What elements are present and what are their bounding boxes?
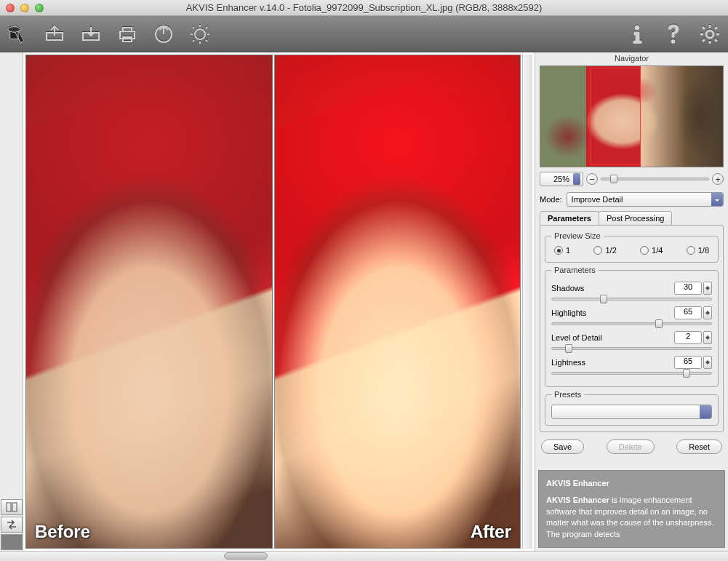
save-icon[interactable] — [80, 23, 102, 45]
param-label: Level of Detail — [551, 333, 602, 342]
tabs: Parameters Post Processing — [540, 211, 724, 225]
zoom-combo[interactable]: 25% — [540, 172, 583, 186]
radio-label: 1/4 — [652, 246, 663, 255]
help-icon[interactable] — [663, 23, 684, 45]
param-value-field[interactable]: 2 — [674, 331, 702, 344]
preset-buttons: Save Delete Reset — [541, 439, 722, 454]
radio-label: 1/8 — [698, 246, 709, 255]
param-value-field[interactable]: 65 — [674, 356, 702, 369]
param-label: Lightness — [551, 358, 585, 367]
radio-icon[interactable] — [554, 246, 563, 255]
view-single-button[interactable] — [1, 534, 23, 550]
before-image[interactable]: Before — [25, 55, 273, 549]
description-box: AKVIS Enhancer AKVIS Enhancer is image e… — [538, 470, 725, 548]
print-icon[interactable] — [116, 23, 138, 45]
view-side-by-side-button[interactable] — [1, 499, 23, 515]
tab-post-processing[interactable]: Post Processing — [599, 211, 672, 225]
param-stepper[interactable] — [703, 356, 712, 369]
param-stepper[interactable] — [703, 282, 712, 295]
param-row-lightness: Lightness65 — [551, 356, 712, 375]
radio-icon[interactable] — [640, 246, 649, 255]
canvas-area: Before After — [23, 52, 535, 551]
run-icon[interactable] — [153, 23, 175, 45]
canvas-vertical-scrollbar[interactable] — [522, 55, 532, 549]
presets-legend: Presets — [551, 390, 584, 399]
param-label: Shadows — [551, 284, 584, 293]
zoom-value: 25% — [553, 175, 569, 183]
radio-label: 1/2 — [605, 246, 616, 255]
open-icon[interactable] — [44, 23, 65, 45]
param-row-shadows: Shadows30 — [551, 282, 712, 301]
settings-icon[interactable] — [699, 23, 721, 45]
presets-fieldset: Presets — [545, 390, 719, 426]
param-slider[interactable] — [551, 298, 712, 301]
radio-icon[interactable] — [593, 246, 602, 255]
navigator-thumbnail[interactable] — [540, 65, 724, 167]
zoom-slider[interactable] — [601, 178, 709, 180]
navigator-viewport[interactable] — [590, 68, 641, 165]
traffic-lights — [6, 4, 44, 12]
left-toolstrip — [0, 52, 23, 551]
before-label: Before — [35, 522, 90, 542]
preview-size-fieldset: Preview Size 11/21/41/8 — [545, 231, 719, 263]
tab-parameters[interactable]: Parameters — [540, 211, 599, 225]
after-image[interactable]: After — [274, 55, 521, 549]
param-stepper[interactable] — [703, 331, 712, 344]
radio-label: 1 — [566, 246, 570, 255]
svg-point-0 — [8, 26, 20, 32]
param-slider[interactable] — [551, 372, 712, 375]
svg-point-5 — [195, 29, 205, 39]
preview-size-option-1-8[interactable]: 1/8 — [687, 246, 709, 255]
param-label: Highlights — [551, 309, 586, 317]
param-slider[interactable] — [551, 322, 712, 325]
svg-point-6 — [635, 25, 639, 30]
svg-rect-2 — [123, 28, 132, 31]
presets-combo[interactable] — [551, 405, 712, 419]
parameters-legend: Parameters — [551, 266, 599, 274]
mode-value: Improve Detail — [572, 195, 623, 204]
info-icon[interactable] — [626, 23, 648, 45]
preview-size-option-1[interactable]: 1 — [554, 246, 570, 255]
titlebar: AKVIS Enhancer v.14.0 - Fotolia_9972099_… — [0, 0, 728, 16]
svg-point-7 — [671, 39, 675, 43]
preview-size-option-1-2[interactable]: 1/2 — [593, 246, 616, 255]
batch-icon[interactable] — [189, 23, 211, 45]
app-logo-icon — [7, 23, 29, 45]
svg-rect-10 — [12, 503, 17, 512]
mode-combo[interactable]: Improve Detail — [567, 192, 724, 207]
after-label: After — [471, 522, 511, 542]
parameters-fieldset: Parameters Shadows30Highlights65Level of… — [545, 266, 719, 387]
save-button[interactable]: Save — [541, 439, 584, 454]
minimize-window-button[interactable] — [20, 4, 29, 12]
zoom-window-button[interactable] — [35, 4, 44, 12]
param-value-field[interactable]: 65 — [674, 306, 702, 319]
canvas-horizontal-scrollbar[interactable] — [0, 551, 728, 561]
svg-rect-9 — [7, 503, 11, 512]
radio-icon[interactable] — [687, 246, 695, 255]
preview-size-legend: Preview Size — [551, 231, 604, 240]
toolbar — [0, 16, 728, 52]
mode-label: Mode: — [540, 195, 562, 204]
zoom-in-button[interactable]: + — [712, 173, 724, 185]
navigator-title: Navigator — [535, 52, 728, 64]
param-row-level-of-detail: Level of Detail2 — [551, 331, 712, 350]
main-area: Before After Navigator 25% − + Mode: Imp… — [0, 52, 728, 551]
zoom-controls: 25% − + — [540, 172, 724, 186]
param-slider[interactable] — [551, 347, 712, 350]
param-stepper[interactable] — [703, 306, 712, 319]
param-value-field[interactable]: 30 — [674, 282, 702, 295]
window-title: AKVIS Enhancer v.14.0 - Fotolia_9972099_… — [186, 2, 543, 13]
tab-body: Preview Size 11/21/41/8 Parameters Shado… — [540, 225, 724, 432]
description-title: AKVIS Enhancer — [546, 478, 717, 489]
preview-size-option-1-4[interactable]: 1/4 — [640, 246, 663, 255]
delete-button: Delete — [607, 439, 655, 454]
reset-button[interactable]: Reset — [676, 439, 722, 454]
mode-row: Mode: Improve Detail — [540, 192, 724, 207]
view-swap-button[interactable] — [1, 517, 23, 533]
svg-point-8 — [706, 31, 713, 38]
description-body: AKVIS Enhancer is image enhancement soft… — [546, 495, 717, 540]
param-row-highlights: Highlights65 — [551, 306, 712, 325]
close-window-button[interactable] — [6, 4, 15, 12]
right-panel: Navigator 25% − + Mode: Improve Detail P… — [535, 52, 728, 551]
zoom-out-button[interactable]: − — [586, 173, 598, 185]
